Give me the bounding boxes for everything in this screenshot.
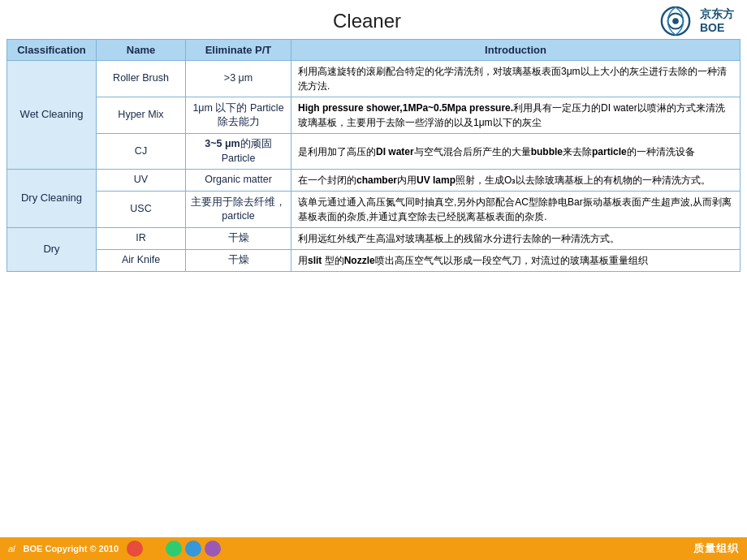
intro-air-knife: 用slit 型的Nozzle喷出高压空气气以形成一段空气刀，对流过的玻璃基板重量… [291, 250, 741, 272]
th-name: Name [97, 40, 186, 61]
classification-wet: Wet Cleaning [7, 61, 97, 170]
boe-logo-icon [656, 5, 695, 37]
name-ir: IR [97, 228, 186, 250]
table-row: Dry IR 干燥 利用远红外线产生高温对玻璃基板上的残留水分进行去除的一种清洗… [7, 228, 741, 250]
name-hyper-mix: Hyper Mix [97, 97, 186, 134]
th-introduction: Introduction [291, 40, 741, 61]
intro-ir: 利用远红外线产生高温对玻璃基板上的残留水分进行去除的一种清洗方式。 [291, 228, 741, 250]
footer-right: 质量组织 [693, 541, 739, 556]
name-air-knife: Air Knife [97, 250, 186, 272]
intro-hyper-mix: High pressure shower,1MPa~0.5Mpa pressur… [291, 97, 741, 134]
eliminate-hyper-mix: 1μm 以下的 Particle除去能力 [186, 97, 291, 134]
table-container: Classification Name Eliminate P/T Introd… [0, 39, 747, 537]
intro-uv: 在一个封闭的chamber内用UV lamp照射，生成O₃以去除玻璃基板上的有机… [291, 170, 741, 192]
eliminate-ir: 干燥 [186, 228, 291, 250]
classification-dry: Dry [7, 228, 97, 272]
cleaner-table: Classification Name Eliminate P/T Introd… [6, 39, 741, 272]
footer-icons [127, 541, 221, 557]
name-usc: USC [97, 192, 186, 228]
logo-top: 京东方 [700, 7, 734, 21]
logo-area: 京东方 BOE [656, 5, 734, 37]
eliminate-uv: Organic matter [186, 170, 291, 192]
eliminate-air-knife: 干燥 [186, 250, 291, 272]
intro-cj: 是利用加了高压的DI water与空气混合后所产生的大量bubble来去除par… [291, 134, 741, 170]
intro-hyper-mix-text: High pressure shower,1MPa~0.5Mpa pressur… [298, 102, 725, 128]
footer-left: al [8, 544, 15, 554]
table-row: CJ 3~5 μm的顽固 Particle 是利用加了高压的DI water与空… [7, 134, 741, 170]
th-classification: Classification [7, 40, 97, 61]
classification-dry-cleaning: Dry Cleaning [7, 170, 97, 228]
page-wrapper: Cleaner 京东方 BOE Cla [0, 0, 747, 560]
name-roller-brush: Roller Brush [97, 61, 186, 97]
table-row: Dry Cleaning UV Organic matter 在一个封闭的cha… [7, 170, 741, 192]
table-header-row: Classification Name Eliminate P/T Introd… [7, 40, 741, 61]
logo-text: 京东方 BOE [700, 7, 734, 35]
table-row: Hyper Mix 1μm 以下的 Particle除去能力 High pres… [7, 97, 741, 134]
footer: al BOE Copyright © 2010 质量组织 [0, 537, 747, 560]
name-uv: UV [97, 170, 186, 192]
footer-circle-2 [146, 541, 162, 557]
th-eliminate: Eliminate P/T [186, 40, 291, 61]
intro-roller-brush: 利用高速旋转的滚刷配合特定的化学清洗剂，对玻璃基板表面3μm以上大小的灰尘进行去… [291, 61, 741, 97]
name-cj: CJ [97, 134, 186, 170]
eliminate-cj: 3~5 μm的顽固 Particle [186, 134, 291, 170]
table-row: Wet Cleaning Roller Brush >3 μm 利用高速旋转的滚… [7, 61, 741, 97]
page-title: Cleaner [78, 10, 656, 32]
svg-point-2 [672, 18, 679, 24]
logo-bottom: BOE [700, 21, 734, 35]
footer-copyright: BOE Copyright © 2010 [24, 544, 119, 554]
footer-circle-1 [127, 541, 143, 557]
eliminate-roller-brush: >3 μm [186, 61, 291, 97]
table-row: USC 主要用于除去纤维，particle 该单元通过通入高压氮气同时抽真空,另… [7, 192, 741, 228]
intro-usc: 该单元通过通入高压氮气同时抽真空,另外内部配合AC型除静电Bar振动基板表面产生… [291, 192, 741, 228]
header: Cleaner 京东方 BOE [0, 0, 747, 39]
footer-circle-3 [166, 541, 182, 557]
footer-circle-5 [205, 541, 221, 557]
eliminate-usc: 主要用于除去纤维，particle [186, 192, 291, 228]
footer-circle-4 [185, 541, 201, 557]
table-row: Air Knife 干燥 用slit 型的Nozzle喷出高压空气气以形成一段空… [7, 250, 741, 272]
